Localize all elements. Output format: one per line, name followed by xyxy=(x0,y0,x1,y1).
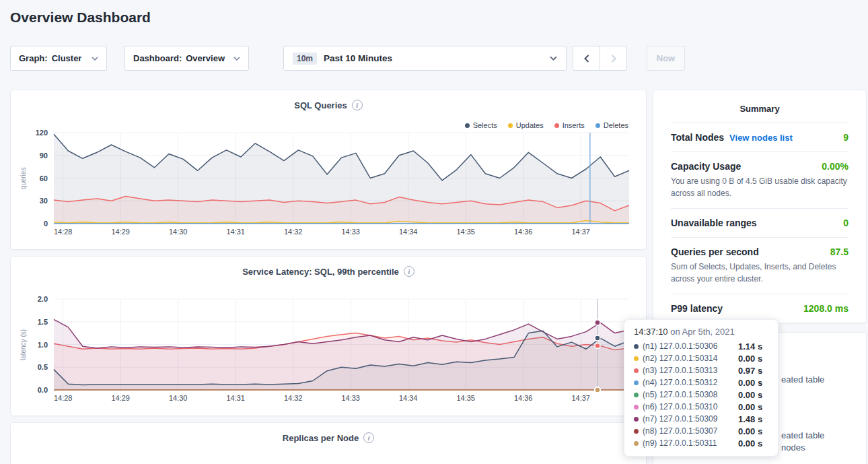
dashboard-dropdown-value: Overview xyxy=(186,53,225,63)
tooltip-node-label: (n7) 127.0.0.1:50309 xyxy=(643,414,734,424)
legend-item-inserts[interactable]: Inserts xyxy=(554,121,585,129)
chart-title: Replicas per Node i xyxy=(11,423,646,443)
svg-text:14:37: 14:37 xyxy=(571,394,590,402)
tooltip-node-label: (n1) 127.0.0.1:50306 xyxy=(643,341,734,351)
info-icon[interactable]: i xyxy=(404,266,414,277)
svg-text:14:34: 14:34 xyxy=(399,394,418,402)
svg-text:14:31: 14:31 xyxy=(226,228,245,236)
svg-text:14:37: 14:37 xyxy=(571,228,590,236)
chevron-down-icon xyxy=(550,56,557,61)
svg-text:2.0: 2.0 xyxy=(38,295,48,303)
time-range-selector[interactable]: 10m Past 10 Minutes xyxy=(283,46,567,71)
series-color-dot xyxy=(634,405,639,409)
series-color-dot xyxy=(634,356,639,361)
tooltip-row: (n6) 127.0.0.1:503100.00 s xyxy=(634,401,768,413)
svg-text:1.5: 1.5 xyxy=(38,318,48,326)
graph-dropdown[interactable]: Graph: Cluster xyxy=(10,46,107,71)
summary-row-label: Total Nodes xyxy=(671,132,724,143)
svg-text:latency (s): latency (s) xyxy=(20,329,27,360)
legend-label: Updates xyxy=(516,121,544,129)
chart-title: SQL Queries i xyxy=(11,90,646,110)
summary-row-value: 9 xyxy=(843,132,848,143)
svg-text:90: 90 xyxy=(40,152,48,160)
tooltip-node-label: (n9) 127.0.0.1:50311 xyxy=(643,438,734,448)
summary-row-description: You are using 0 B of 4.5 GiB usable disk… xyxy=(671,175,848,199)
tooltip-rows: (n1) 127.0.0.1:503061.14 s(n2) 127.0.0.1… xyxy=(634,340,768,449)
svg-text:14:33: 14:33 xyxy=(341,394,360,402)
event-text-fragment: eated table xyxy=(781,430,824,440)
tooltip-date: on Apr 5th, 2021 xyxy=(670,327,734,337)
now-button[interactable]: Now xyxy=(647,46,685,71)
tooltip-row: (n4) 127.0.0.1:503120.00 s xyxy=(634,376,768,389)
summary-row-value: 0.00% xyxy=(822,161,848,172)
summary-row-label: Capacity Usage xyxy=(671,161,741,172)
tooltip-latency-value: 0.00 s xyxy=(738,438,762,449)
tooltip-row: (n2) 127.0.0.1:503140.00 s xyxy=(634,352,768,364)
svg-text:1.0: 1.0 xyxy=(38,341,48,349)
chevron-down-icon xyxy=(92,57,98,61)
svg-text:0.5: 0.5 xyxy=(38,363,48,371)
legend-color-dot xyxy=(465,123,470,128)
tooltip-latency-value: 0.00 s xyxy=(738,354,762,364)
replicas-per-node-chart-panel: Replicas per Node i xyxy=(10,422,647,464)
time-back-button[interactable] xyxy=(573,46,600,71)
tooltip-latency-value: 0.00 s xyxy=(738,378,762,388)
tooltip-row: (n9) 127.0.0.1:503110.00 s xyxy=(634,437,768,449)
legend-item-selects[interactable]: Selects xyxy=(465,121,497,129)
tooltip-latency-value: 0.97 s xyxy=(738,366,762,376)
dashboard-dropdown[interactable]: Dashboard: Overview xyxy=(124,46,249,71)
summary-panel: Summary Total Nodes View nodes list 9 Ca… xyxy=(653,90,867,323)
info-icon[interactable]: i xyxy=(352,100,363,110)
time-range-badge: 10m xyxy=(293,53,317,65)
tooltip-node-label: (n6) 127.0.0.1:50310 xyxy=(643,402,734,411)
tooltip-node-label: (n8) 127.0.0.1:50307 xyxy=(643,426,734,436)
svg-text:14:31: 14:31 xyxy=(226,394,245,402)
legend-color-dot xyxy=(595,123,600,128)
svg-text:14:35: 14:35 xyxy=(456,228,475,236)
legend-label: Deletes xyxy=(604,121,628,129)
summary-row-label: P99 latency xyxy=(671,303,723,314)
summary-row-value: 1208.0 ms xyxy=(803,303,848,314)
page-title: Overview Dashboard xyxy=(10,9,868,26)
svg-text:14:36: 14:36 xyxy=(514,228,533,236)
svg-text:14:36: 14:36 xyxy=(514,394,533,402)
legend-item-deletes[interactable]: Deletes xyxy=(595,121,628,129)
service-latency-chart[interactable]: 0.00.51.01.52.014:2814:2914:3014:3114:32… xyxy=(11,278,646,413)
tooltip-row: (n1) 127.0.0.1:503061.14 s xyxy=(634,340,768,352)
tooltip-latency-value: 0.00 s xyxy=(738,426,762,436)
time-forward-button[interactable] xyxy=(600,46,627,71)
tooltip-latency-value: 0.00 s xyxy=(738,402,762,412)
svg-text:14:34: 14:34 xyxy=(399,228,418,236)
chart-title-text: Service Latency: SQL, 99th percentile xyxy=(242,267,399,277)
summary-row-value: 0 xyxy=(843,218,848,228)
summary-row-total-nodes: Total Nodes View nodes list 9 xyxy=(671,123,848,152)
time-pager xyxy=(573,46,627,71)
chart-title-text: Replicas per Node xyxy=(283,433,359,443)
summary-row-label: Queries per second xyxy=(671,246,759,257)
tooltip-latency-value: 1.14 s xyxy=(738,341,762,352)
chevron-down-icon xyxy=(233,57,240,61)
tooltip-node-label: (n2) 127.0.0.1:50314 xyxy=(643,354,734,363)
tooltip-latency-value: 0.00 s xyxy=(738,390,762,400)
dashboard-dropdown-label: Dashboard: xyxy=(133,53,182,63)
sql-queries-chart[interactable]: 030609012014:2814:2914:3014:3114:3214:33… xyxy=(11,112,646,246)
event-text-fragment: nodes xyxy=(781,442,805,453)
tooltip-time: 14:37:10 xyxy=(634,327,668,337)
info-icon[interactable]: i xyxy=(363,432,374,443)
view-nodes-list-link[interactable]: View nodes list xyxy=(729,133,793,143)
svg-text:14:30: 14:30 xyxy=(169,394,188,402)
svg-text:14:32: 14:32 xyxy=(284,228,303,236)
series-color-dot xyxy=(634,429,639,434)
event-text-fragment: eated table xyxy=(781,374,824,385)
svg-text:14:29: 14:29 xyxy=(111,394,130,402)
tooltip-latency-value: 1.48 s xyxy=(738,414,762,424)
legend-item-updates[interactable]: Updates xyxy=(508,121,544,129)
toolbar: Graph: Cluster Dashboard: Overview 10m P… xyxy=(10,46,868,71)
chart-title: Service Latency: SQL, 99th percentile i xyxy=(11,257,646,277)
svg-text:120: 120 xyxy=(36,129,48,137)
legend-color-dot xyxy=(508,123,513,128)
svg-text:14:30: 14:30 xyxy=(169,228,188,236)
chevron-right-icon xyxy=(611,55,616,63)
sql-queries-chart-panel: SQL Queries i SelectsUpdatesInsertsDelet… xyxy=(10,90,647,250)
series-color-dot xyxy=(634,441,639,446)
